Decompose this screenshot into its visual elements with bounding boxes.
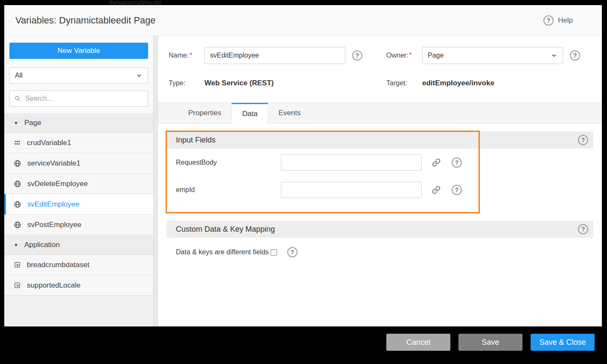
dataset-icon: [14, 261, 21, 268]
group-label: Application: [24, 241, 60, 249]
new-variable-button[interactable]: New Variable: [9, 43, 148, 59]
help-icon: ?: [543, 15, 554, 26]
input-fields-header: Input Fields ?: [166, 131, 593, 149]
required-asterisk: *: [409, 52, 412, 59]
save-button[interactable]: Save: [458, 334, 522, 351]
custom-mapping-title: Custom Data & Key Mapping: [176, 225, 275, 234]
search-input[interactable]: [9, 90, 148, 107]
sidebar-item-supportedLocale[interactable]: supportedLocale: [4, 275, 153, 296]
variable-search: [9, 90, 148, 107]
target-group: Target: editEmployee/invoke: [386, 79, 494, 87]
tab-events[interactable]: Events: [268, 103, 311, 123]
input-fields-section: Input Fields ? RequestBody ? empId: [166, 131, 593, 198]
name-label: Name:*: [169, 52, 204, 59]
requestbody-input[interactable]: [281, 154, 422, 171]
custom-mapping-help-icon[interactable]: ?: [578, 224, 588, 234]
type-label: Type:: [169, 79, 204, 87]
name-input[interactable]: [204, 47, 345, 64]
field-row-empid: empId ?: [166, 182, 593, 198]
sidebar-item-label: serviceVariable1: [27, 159, 80, 168]
field-label: empId: [176, 186, 281, 194]
web-service-icon: [14, 160, 21, 167]
web-service-icon: [14, 221, 21, 229]
variable-list: ▼ Page crudVariable1 serviceVariable1: [4, 113, 153, 296]
type-value: Web Service (REST): [204, 79, 274, 87]
sidebar-filler: [4, 296, 153, 326]
sidebar-item-svEditEmployee[interactable]: svEditEmployee: [4, 194, 153, 215]
target-label: Target:: [386, 79, 422, 87]
group-label: Page: [24, 119, 41, 127]
sidebar-item-label: svEditEmployee: [27, 200, 79, 209]
sidebar-item-breadcrumbdataset[interactable]: breadcrumbdataset: [4, 255, 153, 275]
dialog-footer: Cancel Save Save & Close: [386, 334, 595, 351]
chevron-down-icon: [551, 52, 557, 59]
requestbody-help-icon[interactable]: ?: [452, 157, 462, 168]
sidebar-item-label: svPostEmployee: [27, 221, 82, 229]
sidebar-item-label: crudVariable1: [27, 139, 71, 147]
sidebar-item-serviceVariable1[interactable]: serviceVariable1: [4, 153, 153, 174]
different-fields-label: Data & keys are different fields: [176, 248, 269, 256]
custom-mapping-section: Custom Data & Key Mapping ? Data & keys …: [166, 221, 593, 257]
variable-detail-panel: Name:* ? Owner:* Page ?: [158, 36, 602, 326]
tab-properties[interactable]: Properties: [178, 103, 231, 123]
sidebar-item-crudVariable1[interactable]: crudVariable1: [4, 133, 153, 153]
input-fields-title: Input Fields: [176, 136, 216, 145]
sidebar-item-svDeleteEmployee[interactable]: svDeleteEmployee: [4, 174, 153, 194]
sidebar-item-label: breadcrumbdataset: [27, 261, 89, 269]
save-and-close-button[interactable]: Save & Close: [531, 334, 595, 351]
owner-help-icon[interactable]: ?: [570, 50, 580, 61]
caret-down-icon: ▼: [14, 120, 18, 125]
chevron-down-icon: [136, 72, 143, 79]
sidebar-scrollbar[interactable]: [154, 36, 158, 326]
different-fields-help-icon[interactable]: ?: [287, 247, 298, 257]
sidebar-item-svPostEmployee[interactable]: svPostEmployee: [4, 215, 153, 235]
tab-data[interactable]: Data: [231, 103, 268, 124]
variable-filter-select[interactable]: All: [9, 67, 148, 84]
dataset-icon: [14, 282, 21, 289]
web-service-icon: [14, 180, 21, 188]
dialog-body: New Variable All ▼ Page: [4, 36, 602, 326]
owner-group: Owner:* Page ?: [386, 47, 580, 64]
help-button[interactable]: ? Help: [543, 5, 573, 35]
bind-link-icon[interactable]: [432, 186, 441, 194]
sidebar-item-label: supportedLocale: [27, 281, 81, 290]
owner-value: Page: [428, 52, 444, 59]
help-label: Help: [558, 16, 573, 25]
input-fields-help-icon[interactable]: ?: [578, 135, 588, 145]
custom-mapping-header: Custom Data & Key Mapping ?: [166, 221, 593, 238]
variable-filter-value: All: [15, 72, 23, 79]
different-fields-checkbox[interactable]: [271, 249, 277, 256]
web-service-icon: [14, 201, 21, 208]
detail-tabs: Properties Data Events: [158, 102, 602, 124]
group-header-page[interactable]: ▼ Page: [4, 113, 153, 133]
type-target-row: Type: Web Service (REST) Target: editEmp…: [158, 78, 602, 89]
bind-link-icon[interactable]: [432, 158, 441, 167]
owner-label: Owner:*: [386, 52, 422, 59]
caret-down-icon: ▼: [14, 242, 18, 248]
required-asterisk: *: [190, 52, 192, 59]
field-label: RequestBody: [176, 159, 281, 166]
type-group: Type: Web Service (REST): [169, 79, 386, 87]
target-value: editEmployee/invoke: [422, 79, 494, 87]
name-owner-row: Name:* ? Owner:* Page ?: [158, 47, 602, 64]
crud-variable-icon: [14, 139, 21, 146]
search-icon: [14, 95, 21, 102]
dialog-header: Variables: Dynamictableedit Page ? Help: [4, 5, 602, 36]
page-title: Variables: Dynamictableedit Page: [15, 15, 156, 26]
field-row-requestbody: RequestBody ?: [166, 154, 593, 171]
name-group: Name:* ?: [169, 47, 386, 64]
empid-help-icon[interactable]: ?: [452, 185, 462, 195]
name-help-icon[interactable]: ?: [352, 50, 362, 61]
cancel-button[interactable]: Cancel: [386, 334, 450, 351]
empid-input[interactable]: [281, 182, 422, 198]
different-fields-row: Data & keys are different fields ?: [166, 247, 593, 257]
variables-sidebar: New Variable All ▼ Page: [4, 36, 154, 326]
owner-select[interactable]: Page: [422, 47, 563, 64]
variables-dialog: Variables: Dynamictableedit Page ? Help …: [4, 5, 602, 326]
group-header-application[interactable]: ▼ Application: [4, 235, 153, 255]
sidebar-item-label: svDeleteEmployee: [27, 180, 88, 188]
